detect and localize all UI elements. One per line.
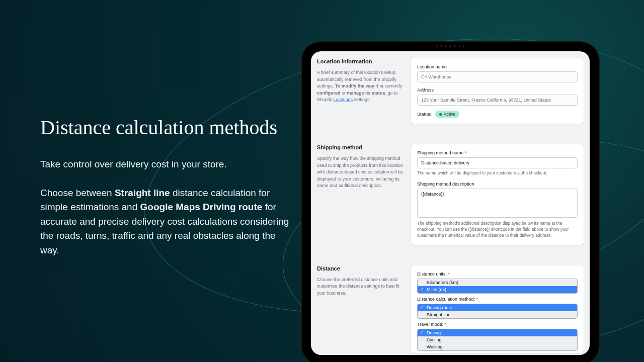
calc-method-select[interactable]: Driving route Straight line: [417, 304, 578, 319]
section-title-distance: Distance: [317, 265, 405, 272]
address-input: [417, 95, 578, 106]
address-label: Address: [417, 87, 578, 93]
tablet-speaker: [436, 45, 465, 47]
section-distance: Distance Choose the preferred distance u…: [317, 265, 584, 353]
divider: [317, 255, 584, 255]
shipping-name-help: The name which will be displayed to your…: [417, 170, 578, 176]
hero-subtitle: Take control over delivery cost in your …: [40, 157, 292, 172]
option-driving[interactable]: Driving: [418, 329, 577, 336]
option-cycling[interactable]: Cycling: [418, 336, 577, 343]
hero-body: Choose between Straight line distance ca…: [40, 186, 292, 258]
section-location: Location information A brief summary of …: [317, 58, 584, 124]
shipping-name-input[interactable]: [417, 157, 578, 168]
shipping-name-label: Shipping method name *: [417, 150, 578, 155]
card-shipping: Shipping method name * The name which wi…: [411, 144, 584, 245]
hero-title: Distance calculation methods: [40, 116, 292, 139]
distance-units-label: Distance units: *: [417, 272, 578, 277]
location-name-label: Location name: [417, 64, 578, 69]
status-badge: Active: [435, 111, 459, 118]
option-straight-line[interactable]: Straight line: [418, 311, 577, 318]
option-walking[interactable]: Walking: [418, 343, 577, 350]
section-desc-shipping: Specify the way how the shipping method …: [317, 155, 405, 190]
calc-method-label: Distance calculation method: *: [417, 297, 578, 302]
section-shipping: Shipping method Specify the way how the …: [317, 144, 584, 245]
shipping-desc-label: Shipping method description: [417, 182, 578, 187]
travel-mode-select[interactable]: Driving Cycling Walking: [417, 329, 578, 351]
location-name-input: [417, 71, 578, 82]
tablet-frame: Location information A brief summary of …: [302, 42, 599, 362]
locations-link[interactable]: Locations: [334, 97, 353, 102]
card-location: Location name Address Status: Active: [411, 58, 584, 124]
section-title-location: Location information: [317, 58, 405, 64]
divider: [317, 134, 584, 134]
section-desc-location: A brief summary of this location's setup…: [317, 69, 405, 104]
option-driving-route[interactable]: Driving route: [418, 304, 577, 311]
option-kilometers[interactable]: Kilometers (km): [418, 279, 577, 286]
hero-copy: Distance calculation methods Take contro…: [40, 116, 292, 272]
shipping-desc-help: The shipping method's additional descrip…: [417, 221, 578, 239]
travel-mode-label: Travel mode: *: [417, 322, 578, 327]
distance-units-select[interactable]: Kilometers (km) Miles (mi): [417, 279, 578, 294]
section-title-shipping: Shipping method: [317, 144, 405, 150]
status-label: Status:: [417, 112, 431, 117]
section-desc-distance: Choose the preferred distance units and …: [317, 277, 405, 297]
card-distance: Distance units: * Kilometers (km) Miles …: [411, 265, 584, 353]
option-miles[interactable]: Miles (mi): [418, 286, 577, 293]
shipping-desc-textarea[interactable]: [417, 189, 578, 218]
app-screen: Location information A brief summary of …: [311, 51, 590, 355]
